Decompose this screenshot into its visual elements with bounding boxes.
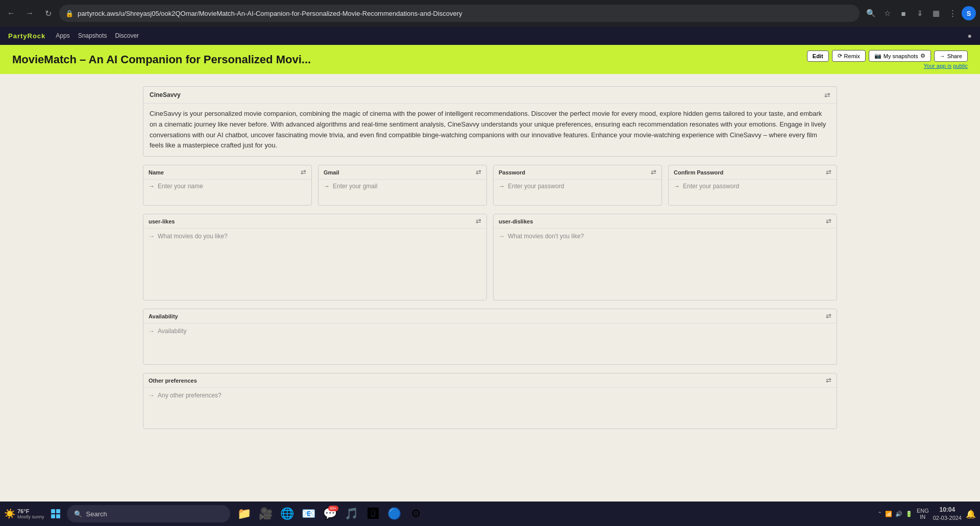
cinesavvy-title: CineSavvy bbox=[150, 91, 181, 98]
input-grid: Name ⇄ → Enter your name Gmail ⇄ → Enter… bbox=[143, 165, 837, 206]
extensions-icon[interactable]: ■ bbox=[896, 6, 911, 20]
cinesavvy-settings-icon[interactable]: ⇄ bbox=[824, 91, 830, 99]
site-nav-right-icon[interactable]: ● bbox=[968, 32, 972, 40]
site-nav: PartyRock Apps Snapshots Discover ● bbox=[0, 27, 980, 45]
name-widget: Name ⇄ → Enter your name bbox=[143, 165, 312, 206]
user-avatar[interactable]: S bbox=[962, 6, 976, 20]
availability-placeholder: → Availability bbox=[149, 328, 831, 335]
profile-icon[interactable]: ▦ bbox=[929, 6, 943, 20]
download-icon[interactable]: ⇓ bbox=[913, 6, 927, 20]
confirm-password-icon[interactable]: ⇄ bbox=[826, 168, 831, 176]
menu-icon[interactable]: ⋮ bbox=[945, 6, 960, 20]
public-link[interactable]: public bbox=[953, 63, 968, 69]
edit-button[interactable]: Edit bbox=[807, 51, 829, 62]
other-preferences-placeholder: → Any other preferences? bbox=[149, 392, 831, 399]
password-body[interactable]: → Enter your password bbox=[494, 180, 662, 205]
availability-header: Availability ⇄ bbox=[143, 309, 837, 323]
arrow-icon: → bbox=[149, 183, 155, 190]
gmail-label: Gmail bbox=[324, 169, 339, 176]
arrow-icon: → bbox=[149, 392, 155, 399]
app-header: MovieMatch – An AI Companion for Persona… bbox=[0, 45, 980, 74]
other-preferences-label: Other preferences bbox=[149, 378, 197, 384]
password-widget: Password ⇄ → Enter your password bbox=[493, 165, 662, 206]
name-icon[interactable]: ⇄ bbox=[301, 168, 306, 176]
back-button[interactable]: ← bbox=[4, 6, 18, 20]
cinesavvy-description: CineSavvy is your personalized movie com… bbox=[150, 109, 830, 151]
share-button[interactable]: → Share bbox=[934, 51, 968, 62]
gmail-placeholder: → Enter your gmail bbox=[324, 183, 481, 190]
user-dislikes-placeholder: → What movies don't you like? bbox=[499, 233, 831, 240]
arrow-icon: → bbox=[499, 233, 505, 240]
textarea-grid: user-likes ⇄ → What movies do you like? … bbox=[143, 214, 837, 300]
user-dislikes-header: user-dislikes ⇄ bbox=[494, 214, 837, 229]
confirm-password-body[interactable]: → Enter your password bbox=[669, 180, 837, 205]
availability-body[interactable]: → Availability bbox=[143, 323, 837, 364]
password-placeholder: → Enter your password bbox=[499, 183, 656, 190]
app-title: MovieMatch – An AI Companion for Persona… bbox=[12, 53, 807, 66]
gmail-body[interactable]: → Enter your gmail bbox=[318, 180, 486, 205]
snapshots-settings-icon: ⚙ bbox=[920, 53, 925, 59]
user-dislikes-icon[interactable]: ⇄ bbox=[826, 217, 831, 225]
user-likes-widget: user-likes ⇄ → What movies do you like? bbox=[143, 214, 487, 300]
browser-chrome: ← → ↻ 🔒 partyrock.aws/u/Shreyasj05/ook2Q… bbox=[0, 0, 980, 27]
gmail-widget: Gmail ⇄ → Enter your gmail bbox=[318, 165, 487, 206]
nav-snapshots[interactable]: Snapshots bbox=[78, 32, 107, 39]
cinesavvy-widget: CineSavvy ⇄ CineSavvy is your personaliz… bbox=[143, 86, 837, 157]
reload-button[interactable]: ↻ bbox=[41, 6, 55, 20]
toolbar-icons: 🔍 ☆ ■ ⇓ ▦ ⋮ S bbox=[864, 6, 976, 20]
forward-button[interactable]: → bbox=[22, 6, 37, 20]
remix-button[interactable]: ⟳ Remix bbox=[832, 50, 866, 62]
availability-label: Availability bbox=[149, 313, 178, 319]
user-likes-header: user-likes ⇄ bbox=[143, 214, 486, 229]
name-body[interactable]: → Enter your name bbox=[143, 180, 311, 205]
gmail-header: Gmail ⇄ bbox=[318, 165, 486, 180]
share-icon: → bbox=[940, 53, 945, 59]
name-header: Name ⇄ bbox=[143, 165, 311, 180]
address-bar[interactable]: 🔒 partyrock.aws/u/Shreyasj05/ook2QOmar/M… bbox=[59, 5, 860, 22]
name-placeholder: → Enter your name bbox=[149, 183, 306, 190]
arrow-icon: → bbox=[149, 233, 155, 240]
nav-apps[interactable]: Apps bbox=[56, 32, 69, 39]
public-status: Your app is public bbox=[924, 63, 968, 69]
gmail-icon[interactable]: ⇄ bbox=[476, 168, 481, 176]
other-preferences-header: Other preferences ⇄ bbox=[143, 373, 837, 388]
lock-icon: 🔒 bbox=[65, 10, 74, 17]
camera-icon: 📷 bbox=[874, 53, 881, 59]
arrow-icon: → bbox=[499, 183, 505, 190]
search-icon[interactable]: 🔍 bbox=[864, 6, 878, 20]
other-preferences-icon[interactable]: ⇄ bbox=[826, 377, 831, 384]
user-dislikes-body[interactable]: → What movies don't you like? bbox=[494, 229, 837, 300]
site-logo[interactable]: PartyRock bbox=[8, 32, 45, 40]
other-preferences-body[interactable]: → Any other preferences? bbox=[143, 388, 837, 429]
nav-links: Apps Snapshots Discover bbox=[56, 32, 957, 39]
user-likes-placeholder: → What movies do you like? bbox=[149, 233, 481, 240]
confirm-password-header: Confirm Password ⇄ bbox=[669, 165, 837, 180]
availability-widget: Availability ⇄ → Availability bbox=[143, 309, 837, 365]
password-label: Password bbox=[499, 169, 525, 176]
availability-section: Availability ⇄ → Availability bbox=[143, 309, 837, 365]
snapshots-button[interactable]: 📷 My snapshots ⚙ bbox=[869, 50, 931, 62]
user-dislikes-label: user-dislikes bbox=[499, 218, 533, 224]
arrow-icon: → bbox=[149, 328, 155, 335]
user-dislikes-widget: user-dislikes ⇄ → What movies don't you … bbox=[493, 214, 837, 300]
cinesavvy-header: CineSavvy ⇄ bbox=[143, 87, 837, 104]
header-actions: Edit ⟳ Remix 📷 My snapshots ⚙ → Share bbox=[807, 50, 968, 62]
cinesavvy-body: CineSavvy is your personalized movie com… bbox=[143, 104, 837, 156]
arrow-icon: → bbox=[674, 183, 680, 190]
confirm-password-placeholder: → Enter your password bbox=[674, 183, 831, 190]
name-label: Name bbox=[149, 169, 164, 176]
confirm-password-widget: Confirm Password ⇄ → Enter your password bbox=[668, 165, 837, 206]
availability-icon[interactable]: ⇄ bbox=[826, 312, 831, 320]
main-content: CineSavvy ⇄ CineSavvy is your personaliz… bbox=[0, 74, 980, 449]
password-icon[interactable]: ⇄ bbox=[651, 168, 656, 176]
user-likes-label: user-likes bbox=[149, 218, 175, 224]
remix-icon: ⟳ bbox=[838, 53, 842, 59]
user-likes-body[interactable]: → What movies do you like? bbox=[143, 229, 486, 300]
other-preferences-widget: Other preferences ⇄ → Any other preferen… bbox=[143, 373, 837, 429]
arrow-icon: → bbox=[324, 183, 330, 190]
confirm-password-label: Confirm Password bbox=[674, 169, 723, 176]
bookmark-icon[interactable]: ☆ bbox=[880, 6, 894, 20]
user-likes-icon[interactable]: ⇄ bbox=[476, 217, 481, 225]
url-text: partyrock.aws/u/Shreyasj05/ook2QOmar/Mov… bbox=[78, 10, 462, 17]
nav-discover[interactable]: Discover bbox=[115, 32, 139, 39]
